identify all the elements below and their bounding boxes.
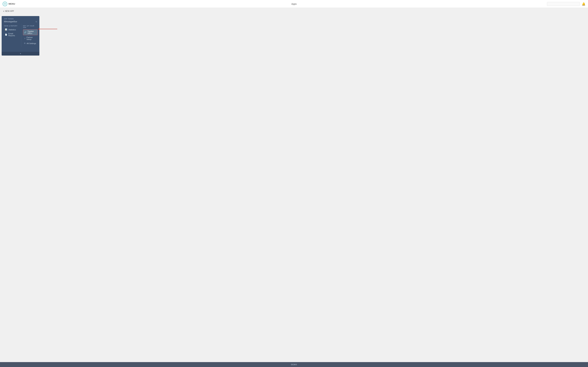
navbar: MENU Apps 🔍 🔔 bbox=[0, 0, 588, 8]
search-container: 🔍 bbox=[547, 2, 580, 6]
view-report-label: VIEW & REPORT bbox=[4, 25, 19, 27]
panel-footer[interactable]: ▼ bbox=[2, 52, 39, 56]
app-token-label: APP TOKEN bbox=[4, 18, 37, 20]
tracker-urls-label: Tracker URLs bbox=[27, 30, 37, 34]
svg-point-0 bbox=[4, 3, 6, 5]
all-settings-icon: ⚙ bbox=[24, 42, 26, 44]
logo-icon bbox=[3, 2, 7, 6]
main-content: APP TOKEN 69nsstype5uv ⧉ VIEW & REPORT 📊… bbox=[0, 14, 588, 362]
copy-icon[interactable]: ⧉ bbox=[36, 20, 37, 23]
arrow-annotation bbox=[38, 28, 57, 30]
page-title: Apps bbox=[291, 3, 297, 5]
sidebar-item-email-reports[interactable]: 📄 Email Reports bbox=[4, 32, 19, 37]
navbar-right: 🔍 🔔 bbox=[547, 2, 585, 6]
chevron-down-icon: ▼ bbox=[20, 53, 21, 55]
columns-section: VIEW & REPORT 📊 Statistics 📄 Email Repor… bbox=[2, 24, 39, 47]
app-token-section: APP TOKEN 69nsstype5uv ⧉ bbox=[2, 16, 39, 24]
setup-label: SET UP YOUR APP bbox=[23, 25, 38, 28]
tracker-urls-icon: 🔗 bbox=[24, 31, 26, 33]
all-settings-label: All Settings bbox=[27, 42, 36, 44]
sidebar-item-all-settings[interactable]: ⚙ All Settings bbox=[23, 42, 38, 45]
app-token-value-row: 69nsstype5uv ⧉ bbox=[4, 20, 37, 23]
bottom-bar: DEMO bbox=[0, 362, 588, 367]
plus-icon: + bbox=[3, 10, 4, 12]
app-token-value: 69nsstype5uv bbox=[4, 20, 17, 23]
partner-setup-label: Partner Setup bbox=[26, 36, 37, 40]
menu-label[interactable]: MENU bbox=[9, 3, 15, 5]
arrow-line bbox=[39, 29, 57, 29]
partner-setup-icon: ↗ bbox=[24, 37, 26, 40]
email-reports-icon: 📄 bbox=[5, 33, 7, 36]
top-bar: + NEW APP bbox=[0, 8, 588, 14]
navbar-left: MENU bbox=[3, 2, 15, 6]
statistics-icon: 📊 bbox=[5, 28, 7, 31]
search-input[interactable] bbox=[547, 2, 580, 6]
new-app-label: NEW APP bbox=[5, 10, 14, 12]
statistics-label: Statistics bbox=[8, 29, 16, 31]
demo-label: DEMO bbox=[291, 364, 297, 366]
bell-icon[interactable]: 🔔 bbox=[582, 2, 585, 6]
sidebar-item-tracker-urls[interactable]: 🔗 Tracker URLs bbox=[23, 29, 38, 35]
email-reports-label: Email Reports bbox=[8, 33, 18, 37]
setup-column: SET UP YOUR APP 🔗 Tracker URLs ↗ Partner… bbox=[21, 24, 40, 47]
view-report-column: VIEW & REPORT 📊 Statistics 📄 Email Repor… bbox=[2, 24, 21, 47]
sidebar-item-statistics[interactable]: 📊 Statistics bbox=[4, 28, 19, 32]
new-app-button[interactable]: + NEW APP bbox=[2, 9, 15, 13]
sidebar-panel: APP TOKEN 69nsstype5uv ⧉ VIEW & REPORT 📊… bbox=[2, 16, 39, 56]
sidebar-item-partner-setup[interactable]: ↗ Partner Setup bbox=[23, 35, 38, 41]
